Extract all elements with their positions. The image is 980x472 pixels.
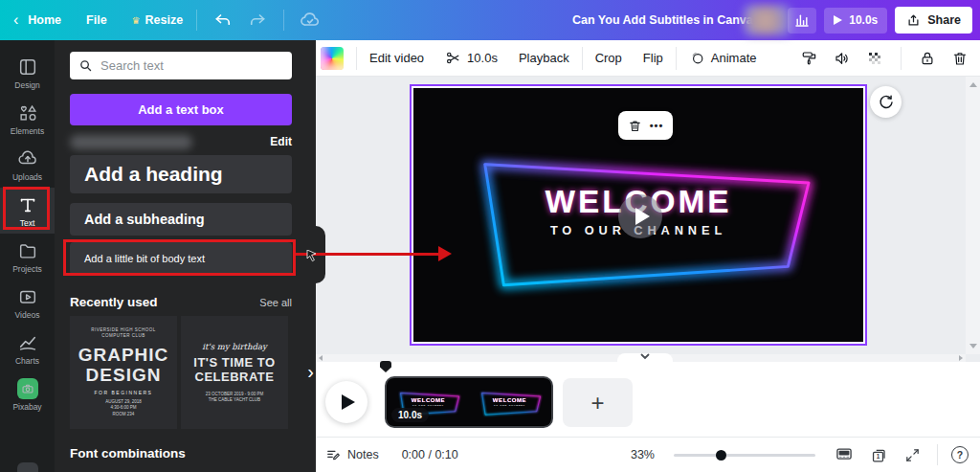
- notes-icon: [325, 447, 341, 462]
- divider: [937, 444, 938, 465]
- text-icon: [17, 194, 38, 215]
- canva-video-editor: WELCOME WELCOME TO OUR CHANNEL ‹ Home Fi…: [0, 0, 980, 472]
- top-bar: ‹ Home File ♛ Resize Can You Add Subtitl…: [0, 0, 980, 40]
- card-script-line: it's my birthday: [202, 342, 267, 351]
- edit-link[interactable]: Edit: [270, 135, 292, 148]
- divider: [676, 47, 677, 70]
- add-heading-option[interactable]: Add a heading: [70, 155, 292, 193]
- folder-icon: [17, 240, 38, 261]
- sidebar-item-elements[interactable]: Elements: [0, 96, 55, 142]
- scroll-left-arrow[interactable]: [319, 355, 323, 361]
- file-menu[interactable]: File: [86, 13, 107, 27]
- divider: [356, 47, 357, 70]
- sidebar-item-pixabay[interactable]: Pixabay: [0, 371, 55, 417]
- notes-button[interactable]: Notes: [325, 447, 379, 462]
- timeline-collapse-tab[interactable]: [617, 353, 673, 365]
- scroll-right-arrow[interactable]: [959, 355, 963, 361]
- video-play-overlay-button[interactable]: [618, 194, 662, 238]
- brand-kit-row: Edit: [70, 133, 292, 150]
- cards-next-chevron-icon[interactable]: ›: [307, 362, 314, 381]
- pixabay-icon: [17, 378, 38, 399]
- cloud-save-status: [298, 8, 323, 33]
- line-chart-icon: [17, 332, 38, 353]
- search-box[interactable]: [70, 52, 292, 79]
- add-subheading-option[interactable]: Add a subheading: [70, 203, 292, 236]
- playback-button[interactable]: Playback: [519, 51, 569, 65]
- rotate-refresh-button[interactable]: [870, 86, 902, 118]
- vertical-scrollbar[interactable]: [966, 77, 980, 354]
- lock-icon[interactable]: [919, 50, 936, 67]
- element-context-toolbar: •••: [618, 111, 673, 140]
- more-options-icon[interactable]: •••: [650, 120, 664, 131]
- recently-used-heading: Recently used: [70, 295, 158, 309]
- crop-button[interactable]: Crop: [595, 51, 622, 65]
- preview-duration: 10.0s: [849, 13, 878, 27]
- sidebar: Design Elements Uploads Text Projects Vi…: [0, 40, 55, 472]
- playhead-marker[interactable]: [380, 361, 391, 372]
- home-button[interactable]: Home: [28, 13, 61, 27]
- card-title: IT'S TIME TO: [193, 355, 275, 370]
- preview-play-button[interactable]: 10.0s: [824, 8, 887, 34]
- help-button[interactable]: ?: [951, 446, 969, 463]
- videos-icon: [17, 286, 38, 307]
- resize-button[interactable]: ♛ Resize: [132, 13, 184, 27]
- scroll-down-arrow[interactable]: [969, 344, 977, 348]
- template-card-graphic-design[interactable]: RIVERSIDE HIGH SCHOOL COMPUTER CLUB GRAP…: [70, 316, 177, 429]
- document-title[interactable]: Can You Add Subtitles in Canva: [572, 13, 753, 27]
- analytics-button[interactable]: [788, 8, 816, 34]
- transparency-icon[interactable]: [866, 50, 883, 67]
- sidebar-item-text[interactable]: Text: [0, 188, 55, 234]
- sidebar-item-design[interactable]: Design: [0, 50, 55, 96]
- share-button[interactable]: Share: [895, 7, 972, 34]
- sidebar-item-videos[interactable]: Videos: [0, 280, 55, 326]
- sidebar-item-uploads[interactable]: Uploads: [0, 142, 55, 188]
- slider-thumb[interactable]: [716, 450, 726, 461]
- animate-label: Animate: [711, 51, 757, 65]
- volume-icon[interactable]: [834, 50, 851, 67]
- color-picker-swatch[interactable]: [321, 47, 344, 70]
- uploads-icon: [17, 148, 38, 169]
- scissors-icon: [445, 50, 461, 66]
- delete-icon[interactable]: [628, 119, 642, 133]
- sidebar-item-partial[interactable]: [17, 462, 38, 472]
- sidebar-item-charts[interactable]: Charts: [0, 326, 55, 371]
- delete-icon[interactable]: [951, 50, 969, 67]
- sidebar-item-label: Elements: [11, 126, 44, 136]
- sidebar-item-label: Charts: [15, 356, 39, 366]
- template-cards: RIVERSIDE HIGH SCHOOL COMPUTER CLUB GRAP…: [70, 316, 300, 429]
- add-text-box-button[interactable]: Add a text box: [70, 94, 292, 125]
- back-icon[interactable]: ‹: [13, 12, 18, 28]
- flip-button[interactable]: Flip: [643, 51, 663, 65]
- see-all-link[interactable]: See all: [259, 297, 292, 308]
- edit-video-button[interactable]: Edit video: [369, 51, 424, 65]
- play-icon: [834, 15, 842, 25]
- trim-duration-value: 10.0s: [467, 51, 498, 65]
- template-card-celebrate[interactable]: it's my birthday IT'S TIME TO CELEBRATE …: [181, 316, 288, 429]
- sidebar-item-projects[interactable]: Projects: [0, 234, 55, 280]
- view-controls: 1: [835, 445, 921, 464]
- redo-button[interactable]: [245, 8, 270, 33]
- undo-button[interactable]: [211, 8, 235, 33]
- animate-button[interactable]: Animate: [689, 50, 757, 66]
- card-title: CELEBRATE: [195, 370, 275, 384]
- pages-icon[interactable]: 1: [870, 446, 888, 464]
- canvas-toolbar: Edit video 10.0s Playback Crop Flip Anim…: [316, 40, 980, 77]
- avatar[interactable]: [744, 5, 791, 35]
- add-page-button[interactable]: +: [563, 378, 633, 427]
- timeline-play-button[interactable]: [325, 381, 368, 423]
- paint-roller-icon[interactable]: [801, 50, 818, 67]
- timeline-clip[interactable]: 10.0s: [385, 376, 553, 428]
- sidebar-item-label: Projects: [12, 264, 42, 274]
- grid-view-icon[interactable]: [835, 445, 854, 464]
- trim-duration-button[interactable]: 10.0s: [445, 50, 498, 66]
- brand-kit-name-blurred: [70, 135, 192, 149]
- zoom-level: 33%: [631, 448, 655, 461]
- topbar-actions: 10.0s Share: [788, 7, 972, 34]
- resize-label: Resize: [145, 13, 184, 27]
- scroll-up-arrow[interactable]: [969, 82, 977, 87]
- chevron-down-icon: [640, 353, 650, 360]
- search-input[interactable]: [100, 58, 283, 73]
- zoom-slider[interactable]: [674, 448, 815, 461]
- add-body-text-option[interactable]: Add a little bit of body text: [70, 242, 292, 275]
- fullscreen-icon[interactable]: [904, 447, 921, 463]
